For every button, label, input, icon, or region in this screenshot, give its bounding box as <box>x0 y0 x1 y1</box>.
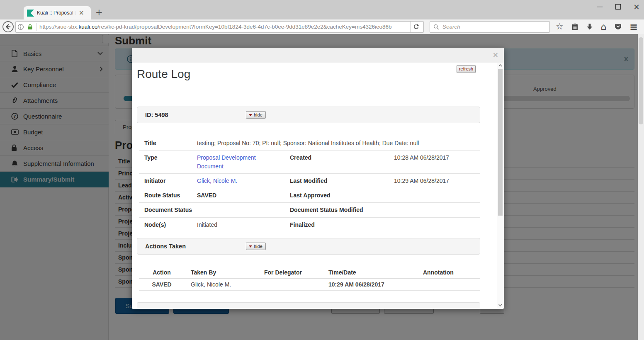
field-label: Route Status <box>139 191 197 199</box>
field-value: 10:29 AM 06/28/2017 <box>394 177 480 185</box>
minimize-button[interactable]: — <box>597 4 603 10</box>
field-label: Type <box>139 153 197 162</box>
field-value: Initiated <box>197 221 284 229</box>
table-row: SAVED Glick, Nicole M. 10:29 AM 06/28/20… <box>139 279 480 291</box>
back-button[interactable] <box>2 21 14 32</box>
back-arrow-icon <box>5 24 11 30</box>
dialog-title: Route Log <box>137 68 190 81</box>
url-text[interactable]: https://siue-sbx.kuali.co/res/kc-pd-krad… <box>39 24 410 30</box>
home-icon[interactable]: ⌂ <box>601 22 607 32</box>
document-type-link[interactable]: Proposal Development Document <box>197 153 284 170</box>
actions-taken-panel: Actions Taken hide <box>137 238 480 255</box>
scroll-up-icon[interactable] <box>498 63 503 68</box>
browser-tab[interactable]: Kuali :: Proposal Developme × <box>24 6 91 19</box>
triangle-down-icon <box>249 114 252 116</box>
url-bar[interactable]: https://siue-sbx.kuali.co/res/kc-pd-krad… <box>15 21 424 33</box>
field-label: Document Status Modified <box>284 206 394 214</box>
field-label: Last Approved <box>284 191 394 199</box>
hide-button[interactable]: hide <box>246 111 266 119</box>
table-row: Node(s) Initiated Finalized <box>139 218 480 232</box>
bookmark-star-icon[interactable]: ☆ <box>556 22 564 31</box>
page-scrollbar[interactable] <box>638 34 644 340</box>
hide-button[interactable]: hide <box>246 243 266 250</box>
dialog-header: × <box>132 48 504 63</box>
table-header-row: Action Taken By For Delegator Time/Date … <box>139 267 480 279</box>
search-bar[interactable]: Search <box>430 21 550 33</box>
column-header: Taken By <box>185 269 257 276</box>
window-titlebar: Kuali :: Proposal Developme × + — × <box>0 0 644 19</box>
reload-button[interactable] <box>410 22 422 32</box>
scroll-down-icon[interactable] <box>498 302 503 308</box>
downloads-icon[interactable] <box>586 23 593 30</box>
actions-taken-label: Actions Taken <box>145 243 186 250</box>
dialog-scrollbar-thumb[interactable] <box>498 69 503 216</box>
field-label: Initiator <box>139 177 197 185</box>
action-value: SAVED <box>139 281 185 288</box>
refresh-button[interactable]: refresh <box>457 65 476 73</box>
taken-by-link[interactable]: Glick, Nicole M. <box>185 281 257 288</box>
page-content: Basics Key Personnel Compliance <box>0 34 644 340</box>
column-header: Annotation <box>415 269 480 276</box>
pocket-icon[interactable] <box>615 23 622 30</box>
search-placeholder: Search <box>442 24 460 30</box>
search-icon <box>433 24 439 30</box>
tab-title: Kuali :: Proposal Developme <box>37 10 76 16</box>
dialog-close-icon[interactable]: × <box>493 51 498 59</box>
column-header: Action <box>139 269 185 276</box>
table-row: Initiator Glick, Nicole M. Last Modified… <box>139 174 480 188</box>
page-info-icon[interactable] <box>17 24 24 30</box>
field-label: Document Status <box>139 206 197 214</box>
page-scrollbar-thumb[interactable] <box>639 37 643 124</box>
field-value: testing; Proposal No: 70; PI: null; Spon… <box>197 139 480 147</box>
menu-hamburger-icon[interactable]: ≡ <box>629 22 638 32</box>
triangle-down-icon <box>249 245 252 248</box>
actions-taken-table: Action Taken By For Delegator Time/Date … <box>139 267 480 291</box>
field-label: Created <box>284 153 394 162</box>
tab-close-icon[interactable]: × <box>79 10 84 16</box>
route-status-value: SAVED <box>197 191 284 199</box>
window-close-button[interactable]: × <box>633 3 640 11</box>
table-row: Title testing; Proposal No: 70; PI: null… <box>139 136 480 151</box>
kuali-logo-icon <box>27 10 34 17</box>
table-row: Route Status SAVED Last Approved <box>139 188 480 203</box>
bookmarks-clipboard-icon[interactable] <box>571 23 578 31</box>
document-id-label: ID: 5498 <box>145 112 168 118</box>
column-header: For Delegator <box>257 269 323 276</box>
browser-toolbar: https://siue-sbx.kuali.co/res/kc-pd-krad… <box>0 19 644 34</box>
time-date-value: 10:29 AM 06/28/2017 <box>323 281 415 288</box>
route-log-document-table: Title testing; Proposal No: 70; PI: null… <box>139 136 480 232</box>
column-header: Time/Date <box>323 269 415 276</box>
new-tab-button[interactable]: + <box>95 7 103 17</box>
field-label: Last Modified <box>284 177 394 185</box>
field-label: Node(s) <box>139 221 197 229</box>
field-label: Finalized <box>284 221 394 229</box>
table-row: Type Proposal Development Document Creat… <box>139 151 480 174</box>
https-lock-icon[interactable] <box>27 24 33 30</box>
field-label: Title <box>139 139 197 147</box>
table-row: Document Status Document Status Modified <box>139 203 480 217</box>
urlbar-divider <box>36 23 36 31</box>
field-value: 10:28 AM 06/28/2017 <box>394 153 480 162</box>
initiator-link[interactable]: Glick, Nicole M. <box>197 177 284 185</box>
route-log-dialog: × refresh Route Log ID: 5498 hide Title … <box>132 48 504 309</box>
dialog-scrollbar[interactable] <box>497 63 503 309</box>
maximize-button[interactable] <box>615 4 621 10</box>
document-id-panel: ID: 5498 hide <box>137 107 480 123</box>
next-section-panel <box>137 302 480 309</box>
reload-icon <box>413 24 419 30</box>
